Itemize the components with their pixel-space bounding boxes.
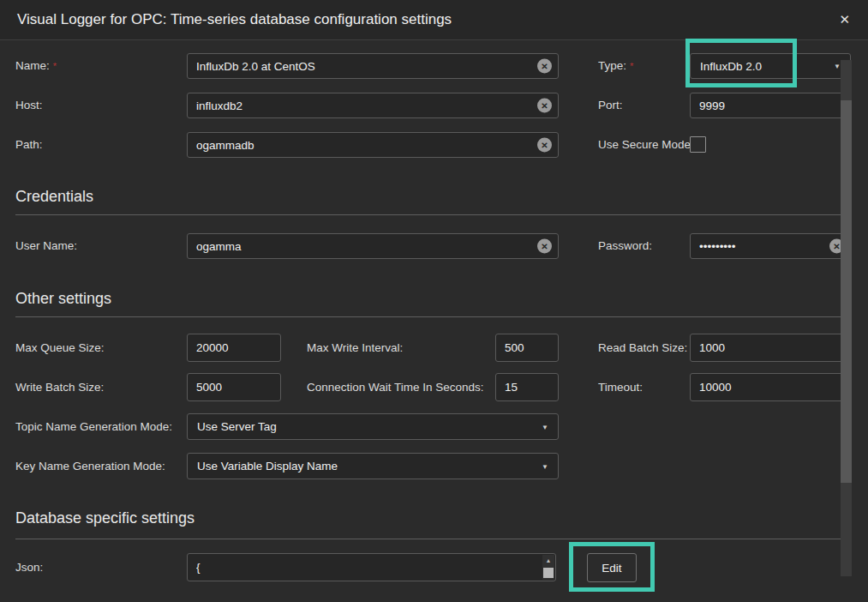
type-dropdown-value: InfluxDb 2.0 [700, 54, 762, 78]
write-batch-size-input[interactable] [188, 374, 280, 400]
max-queue-size-field [187, 334, 281, 362]
json-input[interactable] [188, 554, 555, 581]
credentials-section-title: Credentials [15, 188, 93, 206]
max-write-interval-label: Max Write Interval: [307, 334, 403, 362]
user-name-field: ✕ [187, 233, 559, 259]
json-field-scrollbar[interactable]: ▲ [542, 555, 554, 580]
use-secure-mode-label: Use Secure Mode: [598, 132, 694, 158]
type-label: Type:* [598, 53, 633, 79]
write-batch-size-field [187, 373, 281, 401]
path-input[interactable] [188, 133, 558, 157]
name-input[interactable] [188, 54, 558, 78]
host-field: ✕ [187, 93, 559, 118]
user-name-input[interactable] [188, 234, 558, 258]
use-secure-mode-checkbox[interactable] [690, 136, 706, 153]
timeout-field [690, 373, 851, 401]
json-scrollbar-thumb[interactable] [543, 568, 554, 578]
password-label: Password: [598, 233, 652, 259]
other-settings-section-title: Other settings [15, 290, 111, 308]
max-write-interval-input[interactable] [496, 334, 558, 361]
password-input[interactable] [691, 234, 850, 258]
host-label: Host: [15, 93, 43, 118]
chevron-down-icon: ▼ [834, 63, 841, 70]
edit-button[interactable]: Edit [587, 553, 637, 582]
tsdb-config-dialog: Visual Logger for OPC: Time-series datab… [0, 0, 868, 602]
port-label: Port: [598, 93, 623, 118]
timeout-label: Timeout: [598, 373, 643, 401]
host-input[interactable] [188, 93, 558, 117]
name-field: ✕ [187, 53, 559, 79]
key-name-generation-mode-label: Key Name Generation Mode: [15, 453, 165, 479]
dialog-scrollbar[interactable] [841, 60, 852, 576]
port-field [690, 93, 851, 118]
clear-icon[interactable]: ✕ [537, 99, 552, 113]
key-name-generation-mode-dropdown[interactable]: Use Variable Display Name ▼ [187, 453, 559, 479]
chevron-down-icon: ▼ [542, 462, 548, 470]
user-name-label: User Name: [15, 233, 77, 259]
section-divider [15, 214, 851, 215]
path-label: Path: [15, 132, 43, 158]
max-queue-size-label: Max Queue Size: [15, 334, 105, 362]
max-write-interval-field [495, 334, 559, 362]
type-dropdown[interactable]: InfluxDb 2.0 ▼ [690, 53, 851, 79]
json-label: Json: [15, 553, 43, 581]
section-divider [15, 539, 851, 539]
clear-icon[interactable]: ✕ [537, 138, 552, 153]
password-field: ✕ [690, 233, 851, 259]
required-asterisk: * [53, 61, 57, 71]
section-divider [15, 316, 851, 317]
timeout-input[interactable] [691, 374, 850, 400]
max-queue-size-input[interactable] [188, 334, 280, 361]
port-input[interactable] [691, 93, 850, 117]
read-batch-size-field [690, 334, 851, 362]
scroll-up-icon[interactable]: ▲ [542, 555, 554, 567]
json-field: ▲ [187, 553, 556, 581]
read-batch-size-input[interactable] [691, 334, 850, 361]
connection-wait-time-input[interactable] [496, 374, 558, 400]
database-specific-section-title: Database specific settings [15, 509, 195, 527]
topic-name-generation-mode-dropdown[interactable]: Use Server Tag ▼ [187, 413, 559, 440]
connection-wait-time-label: Connection Wait Time In Seconds: [307, 373, 484, 401]
name-label: Name:* [15, 53, 57, 79]
clear-icon[interactable]: ✕ [537, 59, 552, 74]
read-batch-size-label: Read Batch Size: [598, 334, 687, 362]
topic-name-generation-mode-value: Use Server Tag [197, 414, 277, 439]
required-asterisk: * [630, 61, 633, 71]
titlebar: Visual Logger for OPC: Time-series datab… [0, 0, 868, 40]
chevron-down-icon: ▼ [542, 423, 548, 430]
key-name-generation-mode-value: Use Variable Display Name [197, 454, 338, 479]
connection-wait-time-field [495, 373, 559, 401]
close-icon[interactable]: ✕ [839, 0, 850, 39]
path-field: ✕ [187, 132, 559, 158]
clear-icon[interactable]: ✕ [537, 239, 552, 254]
dialog-scrollbar-thumb[interactable] [841, 100, 852, 483]
topic-name-generation-mode-label: Topic Name Generation Mode: [15, 413, 172, 440]
write-batch-size-label: Write Batch Size: [15, 373, 104, 401]
dialog-title: Visual Logger for OPC: Time-series datab… [17, 0, 452, 39]
